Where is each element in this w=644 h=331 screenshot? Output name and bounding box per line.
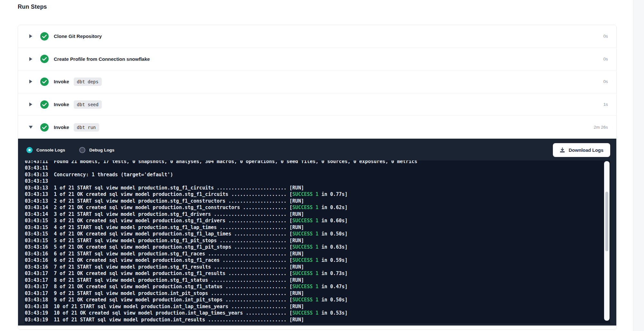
step-duration: 0s [603, 34, 608, 39]
page-right-gutter [633, 0, 644, 331]
console-log-lines: 03:43:11 Found 21 models, 17 tests, 0 sn… [24, 161, 610, 323]
caret-down-icon [28, 125, 33, 129]
log-line: 03:43:18 9 of 21 OK created sql view mod… [25, 297, 610, 303]
log-line: 03:43:15 4 of 21 START sql view model pr… [25, 224, 610, 231]
log-line: 03:43:16 7 of 21 START sql view model pr… [25, 264, 610, 271]
radio-selected-icon[interactable] [26, 147, 33, 153]
command-badge: dbt seed [74, 100, 102, 109]
check-circle-icon [40, 55, 49, 63]
log-line: 03:43:17 8 of 21 OK created sql view mod… [25, 283, 610, 290]
page-title: Run Steps [18, 4, 47, 10]
log-line: 03:43:11 [25, 165, 610, 171]
log-line: 03:43:14 2 of 21 OK created sql view mod… [25, 204, 610, 211]
log-line: 03:43:13 [25, 178, 610, 185]
log-line: 03:43:19 11 of 21 START sql view model p… [25, 317, 610, 323]
log-line: 03:43:13 1 of 21 START sql view model pr… [25, 185, 610, 191]
caret-right-icon [28, 34, 33, 38]
step-duration: 0s [603, 79, 608, 84]
log-line: 03:43:16 6 of 21 OK created sql view mod… [25, 257, 610, 264]
console-logs-radio[interactable]: Console Logs [26, 147, 65, 153]
console-header: Console Logs Debug Logs Download Logs [18, 139, 616, 159]
step-duration: 1s [603, 102, 608, 107]
log-line: 03:43:15 5 of 21 START sql view model pr… [25, 237, 610, 244]
log-line: 03:43:17 9 of 21 START sql view model pr… [25, 290, 610, 297]
console-logs-label[interactable]: Console Logs [36, 148, 65, 152]
console-log-viewport[interactable]: 03:43:11 Found 21 models, 17 tests, 0 sn… [24, 161, 610, 324]
log-line: 03:43:13 2 of 21 START sql view model pr… [25, 198, 610, 205]
check-circle-icon [40, 123, 49, 132]
log-line: 03:43:11 Found 21 models, 17 tests, 0 sn… [25, 161, 610, 165]
console-panel: Console Logs Debug Logs Download Logs 03… [18, 139, 616, 326]
download-logs-label: Download Logs [569, 148, 603, 153]
debug-logs-radio[interactable]: Debug Logs [79, 147, 114, 153]
check-circle-icon [40, 78, 49, 86]
radio-unselected-icon[interactable] [79, 147, 85, 153]
check-circle-icon [40, 32, 49, 41]
command-badge: dbt deps [74, 78, 102, 86]
caret-right-icon [28, 57, 33, 61]
log-line: 03:43:17 7 of 21 OK created sql view mod… [25, 270, 610, 277]
run-steps-card: Clone Git Repository 0s Create Profile f… [18, 25, 617, 330]
step-duration: 2m 26s [594, 125, 608, 130]
step-title: Clone Git Repository [54, 33, 102, 39]
log-line: 03:43:18 10 of 21 START sql view model p… [25, 303, 610, 310]
card-footer [18, 326, 616, 330]
step-title: Invoke [54, 79, 69, 84]
log-line: 03:43:16 5 of 21 OK created sql view mod… [25, 244, 610, 251]
debug-logs-label[interactable]: Debug Logs [89, 148, 114, 152]
caret-right-icon [28, 79, 33, 84]
step-row-create-profile[interactable]: Create Profile from Connection snowflake… [18, 48, 616, 71]
log-line: 03:43:13 1 of 21 OK created sql view mod… [25, 191, 610, 198]
step-title: Invoke [54, 124, 69, 130]
step-row-invoke-dbt-run[interactable]: Invoke dbt run 2m 26s [18, 116, 616, 139]
log-line: 03:43:16 6 of 21 START sql view model pr… [25, 251, 610, 257]
caret-right-icon [28, 102, 33, 106]
step-title: Create Profile from Connection snowflake [54, 56, 150, 62]
step-row-invoke-dbt-seed[interactable]: Invoke dbt seed 1s [18, 93, 616, 116]
step-title: Invoke [54, 102, 69, 107]
log-line: 03:43:13 Concurrency: 1 threads (target=… [25, 171, 610, 178]
log-line: 03:43:14 3 of 21 START sql view model pr… [25, 211, 610, 218]
console-scrollbar-track[interactable] [604, 161, 610, 321]
log-line: 03:43:17 8 of 21 START sql view model pr… [25, 277, 610, 284]
step-row-invoke-dbt-deps[interactable]: Invoke dbt deps 0s [18, 70, 616, 93]
step-duration: 0s [603, 57, 608, 61]
console-scrollbar-thumb[interactable] [605, 192, 608, 251]
log-line: 03:43:15 3 of 21 OK created sql view mod… [25, 217, 610, 224]
command-badge: dbt run [74, 123, 99, 132]
log-line: 03:43:19 10 of 21 OK created sql view mo… [25, 310, 610, 317]
check-circle-icon [40, 100, 49, 109]
download-icon [560, 147, 565, 153]
step-row-clone-git-repository[interactable]: Clone Git Repository 0s [18, 25, 616, 48]
download-logs-button[interactable]: Download Logs [553, 143, 610, 157]
log-line: 03:43:15 4 of 21 OK created sql view mod… [25, 231, 610, 237]
